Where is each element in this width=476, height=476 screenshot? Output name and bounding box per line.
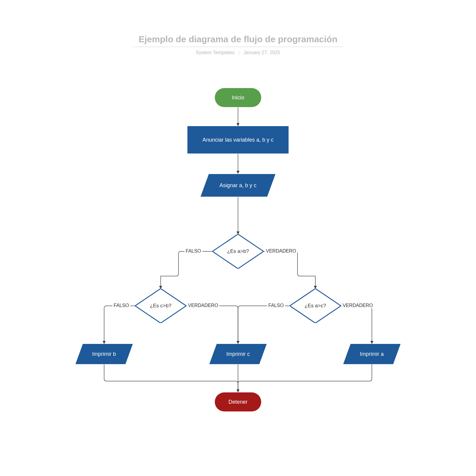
- flowchart-canvas: { "header": { "title": "Ejemplo de diagr…: [0, 0, 476, 476]
- print-b-node: Imprimir b: [76, 344, 133, 364]
- decision-ac-label: ¿Es a>c?: [290, 289, 341, 323]
- print-c-node: Imprimir c: [209, 344, 267, 364]
- assign-label: Asignar a, b y c: [220, 182, 256, 189]
- print-a-label: Imprimir a: [360, 351, 384, 357]
- declare-node: Anunciar las variables a, b y c: [187, 126, 289, 154]
- edge-ab-false: FALSO: [184, 248, 202, 254]
- print-a-node: Imprimir a: [343, 344, 401, 364]
- edge-ac-true: VERDADERO: [342, 303, 374, 308]
- edge-cb-true: VERDADERO: [187, 303, 219, 308]
- decision-cb-label: ¿Es c>b?: [135, 289, 186, 323]
- start-label: Inicio: [232, 95, 244, 101]
- assign-node: Asignar a, b y c: [201, 174, 275, 197]
- print-b-label: Imprimir b: [92, 351, 116, 357]
- print-c-label: Imprimir c: [226, 351, 250, 357]
- decision-ac: ¿Es a>c?: [290, 289, 341, 323]
- edge-cb-false: FALSO: [112, 303, 130, 308]
- declare-label: Anunciar las variables a, b y c: [202, 137, 273, 143]
- decision-ab: ¿Es a>b?: [212, 234, 264, 269]
- edge-ac-false: FALSO: [267, 303, 285, 308]
- stop-label: Detener: [228, 399, 248, 405]
- stop-node: Detener: [215, 392, 261, 411]
- decision-cb: ¿Es c>b?: [135, 289, 186, 323]
- edge-ab-true: VERDADERO: [265, 248, 297, 254]
- decision-ab-label: ¿Es a>b?: [212, 234, 264, 269]
- start-node: Inicio: [215, 88, 261, 107]
